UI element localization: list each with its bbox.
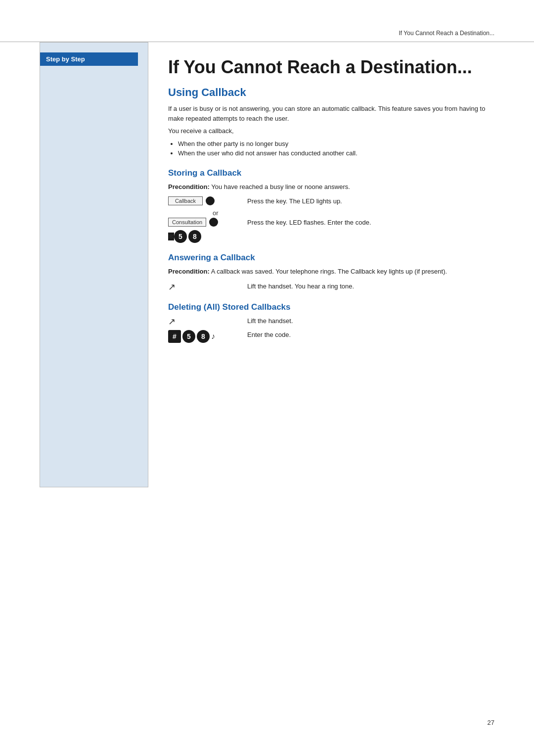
storing-code-left: ✱ 5 8: [168, 230, 247, 243]
main-content: If You Cannot Reach a Destination... Usi…: [148, 42, 494, 487]
eight-badge-1: 8: [188, 230, 201, 243]
or-text: or: [213, 209, 494, 217]
sidebar-label: Step by Step: [40, 52, 138, 66]
storing-step2: Consultation Press the key. LED flashes.…: [168, 218, 494, 228]
star-badge: ✱: [168, 233, 174, 240]
deleting-code-group: # 5 8 ♪: [168, 330, 217, 343]
storing-code-group: ✱ 5 8: [168, 230, 203, 243]
storing-code-row: ✱ 5 8: [168, 230, 494, 243]
handset-icon-2: ↗: [168, 316, 176, 327]
deleting-step2-text: Enter the code.: [247, 330, 494, 340]
page-layout: Step by Step If You Cannot Reach a Desti…: [0, 42, 534, 487]
deleting-step1: ↗ Lift the handset.: [168, 316, 494, 327]
answering-step1-left: ↗: [168, 282, 247, 292]
bullet-1: When the other party is no longer busy: [178, 139, 494, 149]
section-storing-title: Storing a Callback: [168, 168, 494, 178]
section-deleting-title: Deleting (All) Stored Callbacks: [168, 302, 494, 312]
section-answering-title: Answering a Callback: [168, 253, 494, 263]
answering-step1-text: Lift the handset. You hear a ring tone.: [247, 282, 494, 291]
led-circle-1: [206, 196, 215, 205]
storing-step2-left: Consultation: [168, 218, 247, 227]
eight-badge-2: 8: [197, 330, 210, 343]
answering-step1: ↗ Lift the handset. You hear a ring tone…: [168, 282, 494, 292]
answering-precondition-text: A callback was saved. Your telephone rin…: [211, 268, 447, 275]
answering-precondition: Precondition: A callback was saved. Your…: [168, 267, 494, 277]
deleting-step2: # 5 8 ♪ Enter the code.: [168, 330, 494, 343]
hash-badge: #: [168, 330, 181, 343]
answering-precondition-label: Precondition:: [168, 268, 210, 275]
storing-step2-text: Press the key. LED flashes. Enter the co…: [247, 218, 494, 228]
sidebar: Step by Step: [40, 42, 148, 487]
receive-callback-text: You receive a callback,: [168, 126, 494, 136]
precondition-label: Precondition:: [168, 183, 210, 190]
five-badge: 5: [174, 230, 187, 243]
deleting-step2-left: # 5 8 ♪: [168, 330, 247, 343]
main-title: If You Cannot Reach a Destination...: [168, 57, 494, 77]
deleting-step1-text: Lift the handset.: [247, 316, 494, 326]
page-header: If You Cannot Reach a Destination...: [0, 0, 534, 42]
led-circle-2: [209, 218, 218, 227]
section-using-callback-title: Using Callback: [168, 86, 494, 99]
handset-icon-1: ↗: [168, 282, 176, 292]
header-title: If You Cannot Reach a Destination...: [399, 30, 494, 37]
storing-step1-left: Callback: [168, 196, 247, 205]
storing-step1: Callback Press the key. The LED lights u…: [168, 196, 494, 206]
using-callback-bullets: When the other party is no longer busy W…: [178, 139, 494, 158]
consultation-key-box: Consultation: [168, 218, 206, 227]
five-badge-2: 5: [182, 330, 195, 343]
storing-precondition-text: You have reached a busy line or noone an…: [211, 183, 350, 190]
page-number: 27: [488, 719, 494, 726]
bullet-2: When the user who did not answer has con…: [178, 148, 494, 158]
deleting-step1-left: ↗: [168, 316, 247, 327]
storing-precondition: Precondition: You have reached a busy li…: [168, 182, 494, 192]
storing-step1-text: Press the key. The LED lights up.: [247, 196, 494, 206]
note-icon: ♪: [211, 332, 215, 341]
callback-key-box: Callback: [168, 196, 203, 205]
using-callback-intro: If a user is busy or is not answering, y…: [168, 104, 494, 123]
